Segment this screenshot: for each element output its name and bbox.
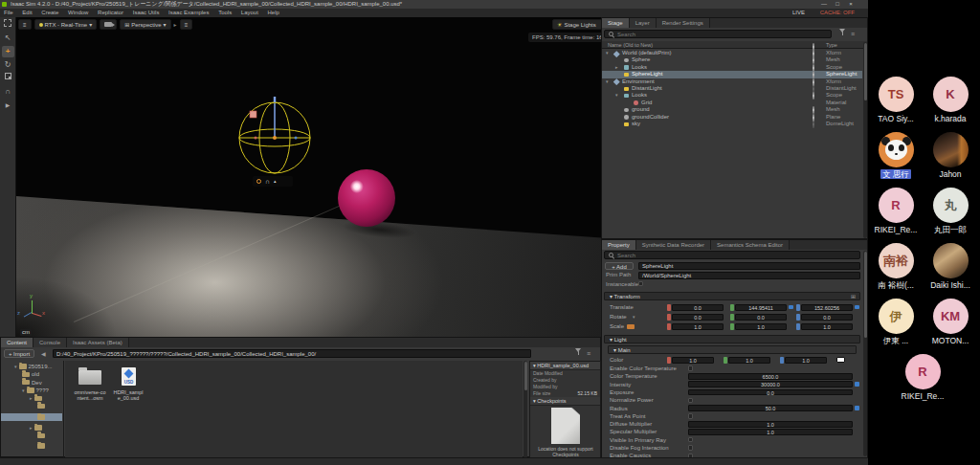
stage-scrollbar[interactable] [863,42,867,238]
tree-row[interactable]: old [1,370,62,378]
stage-row[interactable]: ▾ Looks Scope [602,92,862,99]
color-g-field[interactable]: 1.0 [728,357,770,364]
scale-z-field[interactable]: 1.0 [801,323,853,330]
tree-row[interactable] [1,403,62,410]
tree-row[interactable] [1,432,62,439]
property-scrollbar[interactable] [863,251,867,456]
instanceable-checkbox[interactable] [638,281,643,286]
normalize-power-checkbox[interactable] [688,398,693,403]
stage-row[interactable]: ▾ Environment Xform [602,78,862,85]
stage-search-input[interactable] [617,32,828,37]
rotate-y-field[interactable]: 0.0 [735,314,787,321]
expander-icon[interactable]: ▸ [30,424,33,432]
menu-create[interactable]: Create [37,9,62,17]
camera-selector[interactable]: ⊞ Perspective ▾ [120,19,170,30]
file-info-header[interactable]: ▾ HDRI_sample_00.usd [530,362,600,370]
tree-row[interactable]: ▾???? [1,387,62,394]
expander-icon[interactable]: ▸ [615,64,618,71]
add-button[interactable]: + Add [605,262,634,270]
visible-in-primary-ray-checkbox[interactable] [688,437,693,442]
color-b-field[interactable]: 1.0 [785,357,827,364]
cache-status[interactable]: CACHE: OFF [820,9,855,17]
view-options-icon[interactable]: ≡ [587,350,590,358]
stage-search[interactable] [604,30,832,38]
maximize-button[interactable]: □ [832,0,843,9]
expander-icon[interactable]: ▾ [22,387,25,394]
scale-link-icon[interactable] [627,324,635,329]
select-tool[interactable]: ↖ [2,33,14,44]
menu-isaac-utils[interactable]: Isaac Utils [129,9,164,17]
menu-window[interactable]: Window [64,9,92,17]
tree-row[interactable] [1,442,62,450]
color-temperature-field[interactable]: 6500.0 [688,373,853,380]
scale-tool[interactable] [2,73,14,84]
enable-color-temperature-checkbox[interactable] [688,365,693,370]
treat-as-point-checkbox[interactable] [688,413,693,418]
participant-tile[interactable]: Jahon [923,132,978,179]
translate-y-field[interactable]: 144.95411 [735,304,787,311]
avatar[interactable]: R [905,354,941,389]
tree-row-selected[interactable] [1,413,62,421]
light-ring-icon[interactable] [256,179,261,184]
snap-tool[interactable]: ∩ [2,86,14,98]
tab-semantics-schema-editor[interactable]: Semantics Schema Editor [711,240,790,250]
back-icon[interactable]: ◀ [41,350,46,357]
expander-icon[interactable]: ▾ [606,78,609,85]
renderer-selector[interactable]: RTX - Real-Time ▾ [34,19,98,30]
prim-path-field[interactable] [638,272,860,279]
scale-x-field[interactable]: 1.0 [672,323,724,330]
grid-scrollbar[interactable] [523,361,527,458]
rotate-tool[interactable]: ↻ [2,59,14,71]
viewport[interactable]: ∩ ▴ ≡ RTX - Real-Time ▾ ⊞ Perspective ▾ … [16,17,601,337]
gizmo-center-handle[interactable] [273,136,277,140]
avatar[interactable]: R [879,188,914,223]
live-button[interactable]: LIVE [792,9,805,17]
tab-synthetic-data-recorder[interactable]: Synthetic Data Recorder [636,240,711,250]
participant-tile[interactable]: Daiki Ishi... [923,243,978,290]
transform-section-header[interactable]: ▾ Transform ⊞ [604,292,860,300]
tab-property[interactable]: Property [602,240,636,250]
tree-row[interactable]: Dev [1,379,62,387]
translate-x-field[interactable]: 0.0 [672,304,724,311]
menu-replicator[interactable]: Replicator [94,9,127,17]
stage-row[interactable]: Sphere Mesh [602,56,862,63]
tab-content[interactable]: Content [1,338,33,347]
avatar[interactable]: K [933,77,969,112]
expander-icon[interactable]: ▾ [606,50,609,56]
panda-avatar[interactable] [879,132,914,167]
participant-tile[interactable]: 南裕 南 裕樹(... [868,243,924,292]
rotate-x-field[interactable]: 0.0 [672,314,724,321]
prim-name-field[interactable] [638,262,860,270]
stage-row[interactable]: Grid Material [602,100,862,106]
participant-tile[interactable]: TS TAO Siy... [868,77,924,123]
tree-row[interactable]: ▸ [1,424,62,432]
menu-file[interactable]: File [0,9,17,17]
tab-layer[interactable]: Layer [630,18,657,28]
rotate-z-field[interactable]: 0.0 [801,314,853,321]
menu-edit[interactable]: Edit [18,9,35,17]
participant-tile[interactable]: R RIKEI_Re... [895,354,950,401]
diffuse-multiplier-field[interactable]: 1.0 [688,421,853,428]
avatar[interactable]: TS [879,77,914,112]
import-button[interactable]: + Import [4,349,34,358]
scale-y-field[interactable]: 1.0 [735,323,787,330]
tab-console[interactable]: Console [33,338,67,347]
participant-tile[interactable]: K k.harada [923,77,978,123]
light-section-header[interactable]: ▾ Light [604,335,860,343]
magnet-icon[interactable]: ∩ [265,177,270,186]
stage-row[interactable]: DistantLight DistantLight [602,85,862,92]
view-options-icon[interactable]: ≡ [851,31,855,38]
stage-row[interactable]: groundCollider Plane [602,114,862,121]
tree-row[interactable]: ▸ [1,394,62,402]
property-search-input[interactable] [617,253,857,258]
tab-stage[interactable]: Stage [602,18,630,28]
stage-row[interactable]: ▾ World (defaultPrim) Xform [602,50,862,56]
participant-tile[interactable]: KM MOTON... [923,299,978,345]
matrix-icon[interactable]: ⊞ [851,293,856,301]
tab-render-settings[interactable]: Render Settings [657,18,710,28]
play-tool[interactable]: ▶ [2,100,14,111]
avatar[interactable]: 丸 [933,188,969,223]
avatar[interactable]: 伊 [879,299,914,334]
radius-field[interactable]: 50.0 [688,405,853,411]
exposure-field[interactable]: 0.0 [688,389,853,396]
